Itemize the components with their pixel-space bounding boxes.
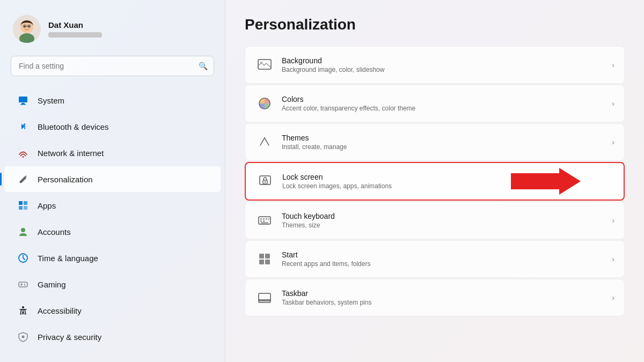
background-chevron: › <box>612 61 614 69</box>
background-icon <box>255 55 274 75</box>
background-title: Background <box>282 56 606 65</box>
taskbar-desc: Taskbar behaviors, system pins <box>282 299 606 306</box>
svg-rect-10 <box>20 104 26 105</box>
sidebar-label-accounts: Accounts <box>38 227 71 237</box>
svg-rect-15 <box>24 206 27 210</box>
svg-point-3 <box>24 26 26 27</box>
touch-keyboard-title: Touch keyboard <box>282 212 606 220</box>
themes-text: Themes Install, create, manage <box>282 134 606 151</box>
start-title: Start <box>282 250 606 259</box>
svg-point-11 <box>23 156 24 158</box>
settings-item-taskbar[interactable]: Taskbar Taskbar behaviors, system pins › <box>245 279 625 316</box>
colors-icon <box>255 94 274 113</box>
taskbar-chevron: › <box>612 293 614 302</box>
svg-point-16 <box>21 228 25 232</box>
svg-rect-42 <box>265 254 270 258</box>
svg-point-22 <box>24 285 25 286</box>
svg-rect-34 <box>260 218 262 220</box>
sidebar-item-bluetooth[interactable]: Bluetooth & devices <box>4 114 221 139</box>
system-icon <box>17 94 29 106</box>
sidebar-item-accessibility[interactable]: Accessibility <box>4 298 221 323</box>
sidebar-item-system[interactable]: System <box>4 87 221 113</box>
sidebar-label-network: Network & internet <box>38 149 104 158</box>
search-box: 🔍 <box>11 56 214 76</box>
sidebar-label-privacy: Privacy & security <box>38 333 101 342</box>
settings-item-themes[interactable]: Themes Install, create, manage › <box>245 123 625 161</box>
svg-point-4 <box>28 26 30 27</box>
themes-icon <box>255 132 274 152</box>
sidebar-label-personalization: Personalization <box>38 175 93 184</box>
start-icon <box>255 249 274 269</box>
themes-chevron: › <box>612 138 614 146</box>
user-name: Dat Xuan <box>48 20 102 29</box>
user-profile[interactable]: Dat Xuan <box>0 0 225 54</box>
svg-rect-13 <box>24 201 27 205</box>
sidebar-item-accounts[interactable]: Accounts <box>4 219 221 245</box>
search-input[interactable] <box>11 56 214 76</box>
svg-rect-44 <box>265 260 270 264</box>
taskbar-title: Taskbar <box>282 289 606 298</box>
sidebar-item-network[interactable]: Network & internet <box>4 140 221 166</box>
personalization-icon <box>17 173 29 185</box>
sidebar: Dat Xuan 🔍 System <box>0 0 225 362</box>
sidebar-label-apps: Apps <box>38 201 56 210</box>
sidebar-label-gaming: Gaming <box>38 280 66 289</box>
user-subtitle <box>48 32 102 38</box>
colors-chevron: › <box>612 99 614 108</box>
svg-rect-36 <box>266 218 267 220</box>
lock-screen-icon <box>255 172 275 191</box>
touch-keyboard-icon <box>255 211 274 230</box>
svg-point-31 <box>265 181 266 182</box>
colors-text: Colors Accent color, transparency effect… <box>282 95 606 112</box>
svg-rect-37 <box>268 218 269 220</box>
start-desc: Recent apps and items, folders <box>282 260 606 268</box>
sidebar-label-bluetooth: Bluetooth & devices <box>38 122 109 131</box>
svg-marker-32 <box>511 168 581 195</box>
bluetooth-icon <box>17 121 29 132</box>
svg-rect-8 <box>19 97 27 102</box>
sidebar-item-personalization[interactable]: Personalization <box>4 166 221 192</box>
sidebar-label-time: Time & language <box>38 254 98 263</box>
privacy-icon <box>17 331 29 343</box>
sidebar-label-system: System <box>38 96 64 105</box>
gaming-icon <box>17 278 29 290</box>
svg-rect-9 <box>21 103 25 104</box>
sidebar-item-privacy[interactable]: Privacy & security <box>4 324 221 350</box>
settings-item-lock-screen[interactable]: Lock screen Lock screen images, apps, an… <box>245 162 625 201</box>
sidebar-item-time[interactable]: Time & language <box>4 245 221 271</box>
settings-item-background[interactable]: Background Background image, color, slid… <box>245 46 625 84</box>
page-title: Personalization <box>245 16 625 33</box>
accessibility-icon <box>17 305 29 316</box>
svg-rect-12 <box>19 201 23 205</box>
lock-screen-desc: Lock screen images, apps, animations <box>282 182 531 190</box>
lock-screen-title: Lock screen <box>282 173 531 181</box>
search-icon: 🔍 <box>199 62 208 70</box>
background-text: Background Background image, color, slid… <box>282 56 606 73</box>
lock-screen-text: Lock screen Lock screen images, apps, an… <box>282 173 531 190</box>
touch-keyboard-chevron: › <box>612 216 614 225</box>
themes-title: Themes <box>282 134 606 142</box>
settings-item-colors[interactable]: Colors Accent color, transparency effect… <box>245 85 625 122</box>
svg-point-27 <box>260 62 262 64</box>
sidebar-label-accessibility: Accessibility <box>38 306 82 315</box>
apps-icon <box>17 200 29 211</box>
sidebar-item-gaming[interactable]: Gaming <box>4 271 221 297</box>
themes-desc: Install, create, manage <box>282 143 606 151</box>
network-icon <box>17 147 29 159</box>
red-arrow-annotation <box>511 168 581 195</box>
svg-point-21 <box>24 284 25 285</box>
svg-point-25 <box>22 336 25 338</box>
background-desc: Background image, color, slideshow <box>282 66 606 73</box>
touch-keyboard-text: Touch keyboard Themes, size <box>282 212 606 229</box>
settings-item-touch-keyboard[interactable]: Touch keyboard Themes, size › <box>245 202 625 239</box>
main-content: Personalization Background Background im… <box>225 0 644 362</box>
settings-item-start[interactable]: Start Recent apps and items, folders › <box>245 240 625 278</box>
svg-rect-43 <box>259 260 264 264</box>
svg-rect-18 <box>19 282 27 287</box>
start-text: Start Recent apps and items, folders <box>282 250 606 268</box>
svg-rect-39 <box>263 220 265 222</box>
sidebar-item-apps[interactable]: Apps <box>4 193 221 218</box>
svg-rect-38 <box>260 220 262 222</box>
svg-rect-14 <box>19 206 23 210</box>
user-info: Dat Xuan <box>48 20 102 38</box>
